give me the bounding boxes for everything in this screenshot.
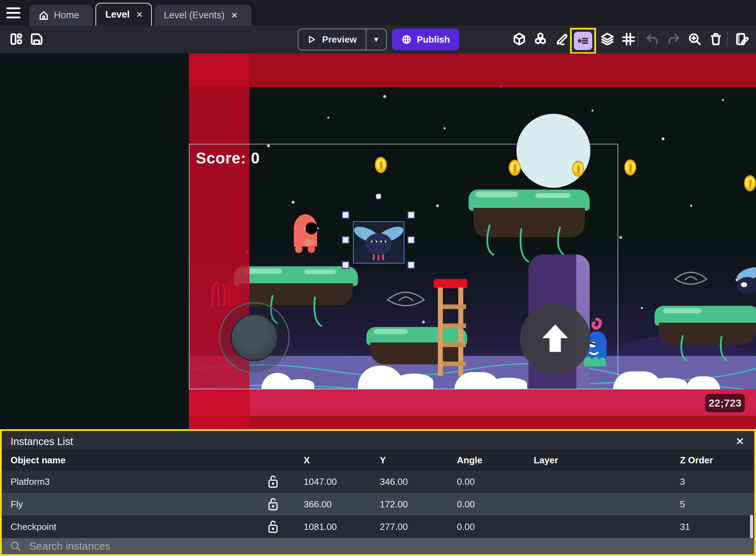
instance-z-order: 3 bbox=[680, 470, 685, 493]
layers-button[interactable] bbox=[599, 31, 616, 48]
jump-button[interactable] bbox=[520, 304, 590, 374]
object-groups-button[interactable] bbox=[532, 31, 549, 48]
instance-angle: 0.00 bbox=[457, 515, 475, 538]
instance-y: 277.00 bbox=[380, 515, 408, 538]
edit-events-button[interactable] bbox=[733, 31, 750, 48]
vines bbox=[669, 335, 746, 371]
instances-list-icon bbox=[574, 32, 592, 50]
redo-button[interactable] bbox=[665, 31, 682, 48]
tab-level[interactable]: Level ✕ bbox=[95, 3, 152, 26]
fly-enemy-partial[interactable] bbox=[732, 265, 756, 295]
selection-handle[interactable] bbox=[342, 236, 349, 244]
preview-button[interactable]: Preview bbox=[298, 29, 366, 50]
table-row[interactable]: Fly 366.00 172.00 0.00 5 bbox=[2, 493, 754, 515]
selection-handle[interactable] bbox=[342, 261, 349, 269]
instance-z-order: 5 bbox=[680, 493, 685, 515]
selection-handle[interactable] bbox=[342, 211, 349, 219]
play-icon bbox=[307, 35, 316, 44]
panel-close-button[interactable]: ✕ bbox=[733, 435, 746, 447]
instance-x: 1047.00 bbox=[304, 470, 337, 493]
search-bar[interactable] bbox=[2, 538, 754, 554]
undo-icon bbox=[645, 32, 660, 47]
unlock-icon bbox=[267, 475, 279, 489]
column-angle[interactable]: Angle bbox=[457, 450, 482, 470]
instance-y: 172.00 bbox=[380, 493, 408, 515]
selected-fly-instance[interactable] bbox=[353, 221, 404, 264]
layout-panels-icon bbox=[9, 32, 24, 47]
preview-options-button[interactable]: ▼ bbox=[366, 29, 387, 50]
save-icon bbox=[29, 32, 44, 47]
publish-label: Publish bbox=[417, 34, 450, 45]
globe-icon bbox=[401, 34, 412, 45]
column-x[interactable]: X bbox=[304, 450, 310, 470]
stars bbox=[0, 54, 1, 55]
search-icon bbox=[10, 540, 21, 552]
instance-angle: 0.00 bbox=[457, 493, 475, 515]
selection-handle[interactable] bbox=[407, 211, 415, 219]
redo-icon bbox=[666, 32, 681, 47]
table-row[interactable]: Platform3 1047.00 346.00 0.00 3 bbox=[2, 470, 754, 493]
tab-bar: Home Level ✕ Level (Events) ✕ bbox=[0, 0, 756, 26]
coin[interactable] bbox=[744, 175, 756, 191]
red-top-band bbox=[189, 54, 756, 87]
panel-title: Instances List bbox=[11, 436, 73, 447]
delete-button[interactable] bbox=[707, 31, 724, 48]
lock-button[interactable] bbox=[265, 515, 281, 538]
cubes-icon bbox=[533, 32, 548, 47]
search-input[interactable] bbox=[29, 540, 663, 552]
selection-handle[interactable] bbox=[407, 236, 415, 244]
score-text: Score: 0 bbox=[196, 149, 260, 167]
grid-icon bbox=[621, 32, 636, 47]
instance-x: 366.00 bbox=[304, 493, 332, 515]
virtual-joystick-knob[interactable] bbox=[231, 314, 278, 361]
tab-level-events[interactable]: Level (Events) ✕ bbox=[155, 5, 251, 26]
save-button[interactable] bbox=[28, 31, 45, 48]
edit-scene-button[interactable] bbox=[554, 31, 571, 48]
panel-scrollbar[interactable] bbox=[750, 515, 753, 539]
undo-button[interactable] bbox=[644, 31, 661, 48]
lock-button[interactable] bbox=[265, 470, 281, 493]
scene-editor-canvas[interactable]: Score: 0 22;723 bbox=[0, 54, 756, 429]
pencil-icon bbox=[555, 32, 570, 47]
preview-label: Preview bbox=[322, 34, 357, 45]
red-bottom-band bbox=[189, 389, 756, 416]
column-z-order[interactable]: Z Order bbox=[680, 450, 713, 470]
main-menu-button[interactable] bbox=[6, 7, 22, 19]
layout-panels-button[interactable] bbox=[8, 31, 25, 48]
red-bottom-band-dark bbox=[189, 416, 756, 429]
objects-panel-button[interactable] bbox=[511, 31, 528, 48]
instance-name: Platform3 bbox=[11, 470, 50, 493]
instance-name: Checkpoint bbox=[11, 515, 56, 538]
grid-button[interactable] bbox=[620, 31, 637, 48]
close-icon[interactable]: ✕ bbox=[230, 10, 240, 21]
close-icon[interactable]: ✕ bbox=[135, 9, 144, 20]
tab-home[interactable]: Home bbox=[29, 5, 93, 26]
instance-y: 346.00 bbox=[380, 470, 408, 493]
zoom-button[interactable] bbox=[686, 31, 703, 48]
close-icon: ✕ bbox=[736, 435, 744, 447]
editor-toolbar: Preview ▼ Publish bbox=[0, 26, 756, 54]
cursor-coordinates-badge: 22;723 bbox=[705, 394, 745, 412]
hamburger-icon bbox=[6, 7, 20, 9]
events-sheet-edit-icon bbox=[735, 32, 749, 47]
selection-handle[interactable] bbox=[407, 261, 415, 269]
column-object-name[interactable]: Object name bbox=[11, 450, 66, 470]
platform[interactable] bbox=[655, 306, 756, 345]
rotate-handle[interactable] bbox=[376, 193, 382, 199]
table-row[interactable]: Checkpoint 1081.00 277.00 0.00 31 bbox=[2, 515, 754, 538]
lock-button[interactable] bbox=[265, 493, 281, 515]
tab-home-label: Home bbox=[54, 10, 79, 21]
app-window: Home Level ✕ Level (Events) ✕ bbox=[0, 0, 756, 556]
zoom-in-icon bbox=[687, 32, 702, 47]
instances-list-panel: Instances List ✕ Object name X Y Angle L… bbox=[0, 429, 756, 556]
coin[interactable] bbox=[624, 159, 636, 175]
chevron-down-icon: ▼ bbox=[373, 36, 380, 44]
toolbar-divider bbox=[727, 32, 728, 47]
column-y[interactable]: Y bbox=[380, 450, 386, 470]
publish-button[interactable]: Publish bbox=[392, 29, 459, 50]
unlock-icon bbox=[267, 497, 279, 511]
instance-z-order: 31 bbox=[680, 515, 690, 538]
column-layer[interactable]: Layer bbox=[534, 450, 558, 470]
toolbar-divider bbox=[638, 32, 638, 47]
instances-list-button[interactable] bbox=[570, 28, 596, 54]
